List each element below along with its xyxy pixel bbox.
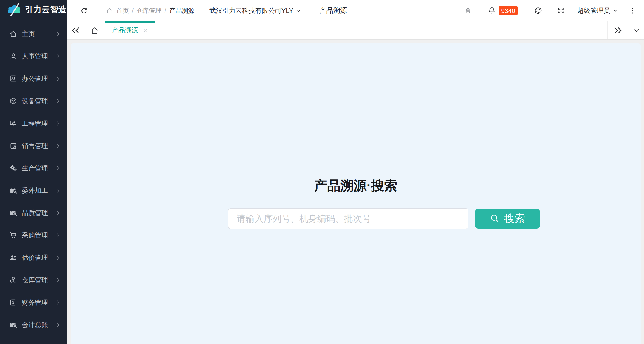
more-vertical-icon (629, 7, 636, 14)
close-tab-button[interactable] (143, 28, 148, 33)
company-name: 武汉引力云科技有限公司YLY (209, 6, 293, 15)
sidebar-item-label: 设备管理 (22, 97, 56, 106)
search-section-title: 产品溯源·搜索 (71, 43, 641, 195)
sidebar-item-仓库管理[interactable]: 仓库管理 (0, 269, 67, 291)
app-logo[interactable]: 引力云智造 (0, 0, 67, 19)
home-icon (90, 26, 99, 35)
chevron-right-icon (56, 98, 60, 104)
sidebar-item-label: 生产管理 (22, 164, 56, 173)
sidebar-item-设备管理[interactable]: 设备管理 (0, 90, 67, 112)
chevron-right-icon (56, 31, 60, 37)
sidebar-item-采购管理[interactable]: 采购管理 (0, 224, 67, 246)
sidebar-item-主页[interactable]: 主页 (0, 23, 67, 45)
palette-icon (534, 7, 542, 15)
sidebar-item-label: 仓库管理 (22, 276, 56, 285)
breadcrumb-separator: / (132, 7, 134, 14)
sidebar-item-办公管理[interactable]: 办公管理 (0, 67, 67, 90)
id-card-icon (9, 75, 17, 83)
company-selector[interactable]: 武汉引力云科技有限公司YLY (209, 6, 301, 15)
collapse-tabs-left-button[interactable] (67, 21, 84, 39)
sidebar-item-label: 估价管理 (22, 253, 56, 262)
sidebar-item-销售管理[interactable]: 销售管理 (0, 135, 67, 157)
breadcrumb-item[interactable]: 首页 (116, 7, 129, 14)
sidebar-item-label: 工程管理 (22, 119, 56, 128)
chevron-down-icon (296, 8, 301, 13)
cart-icon (9, 231, 17, 239)
sidebar-item-生产管理[interactable]: 生产管理 (0, 157, 67, 179)
yen-card-icon (9, 298, 17, 306)
search-icon (490, 214, 500, 223)
fullscreen-button[interactable] (557, 7, 565, 14)
chevron-right-icon (56, 300, 60, 306)
chevron-right-icon (56, 143, 60, 149)
fullscreen-icon (557, 7, 565, 14)
user-icon (9, 52, 17, 60)
sidebar-item-label: 财务管理 (22, 298, 56, 307)
notifications-button[interactable] (488, 7, 496, 15)
collapse-right-icon (613, 26, 622, 35)
collapse-tabs-right-button[interactable] (607, 21, 628, 39)
sidebar: 引力云智造 主页 人事管理 办公管理 设备管理 工程管理 销售管理 生产管理 (0, 0, 67, 344)
search-row: 搜索 (99, 208, 644, 229)
refresh-button[interactable] (80, 7, 88, 15)
clipboard-clock-icon (9, 142, 17, 150)
content-panel: 产品溯源·搜索 搜索 (71, 43, 641, 344)
sidebar-item-label: 主页 (22, 30, 56, 38)
chevron-right-icon (56, 53, 60, 59)
tab-bar: 产品溯源 (67, 21, 644, 40)
bag-clock-icon (9, 186, 17, 195)
gears-icon (9, 164, 17, 172)
sidebar-item-会计总账[interactable]: 会计总账 (0, 314, 67, 336)
breadcrumb-home-icon (106, 7, 113, 14)
sidebar-item-label: 人事管理 (22, 52, 56, 61)
breadcrumb-item[interactable]: 仓库管理 (137, 7, 162, 14)
chevron-right-icon (56, 188, 60, 194)
chevron-right-icon (56, 232, 60, 238)
breadcrumb-items: 首页/仓库管理/产品溯源 (116, 7, 194, 15)
sidebar-item-label: 会计总账 (22, 320, 56, 329)
user-name: 超级管理员 (577, 6, 610, 15)
page-title: 产品溯源 (320, 6, 347, 15)
sidebar-item-工程管理[interactable]: 工程管理 (0, 112, 67, 135)
people-icon (9, 254, 17, 262)
header-actions: 9340 超级管理员 (465, 6, 644, 15)
search-button[interactable]: 搜索 (475, 209, 540, 229)
sidebar-item-partial[interactable] (0, 336, 67, 344)
main-area: 产品溯源·搜索 搜索 (67, 40, 644, 344)
cloud-slash-icon (7, 3, 22, 16)
home-icon (9, 30, 17, 38)
bag-clock-icon (9, 321, 17, 329)
chevron-right-icon (56, 277, 60, 283)
breadcrumb: 首页/仓库管理/产品溯源 (106, 7, 194, 15)
search-button-label: 搜索 (504, 212, 525, 226)
search-input[interactable] (228, 208, 468, 229)
close-icon (143, 28, 148, 33)
tab-product-trace[interactable]: 产品溯源 (105, 21, 155, 39)
chevron-right-icon (56, 165, 60, 171)
theme-button[interactable] (534, 7, 542, 15)
sidebar-item-估价管理[interactable]: 估价管理 (0, 246, 67, 269)
monitor-gear-icon (9, 119, 17, 127)
notification-count-badge[interactable]: 9340 (499, 6, 518, 15)
sidebar-item-label: 销售管理 (22, 141, 56, 150)
sidebar-item-label: 委外加工 (22, 186, 56, 195)
home-tab-button[interactable] (84, 21, 105, 39)
sidebar-item-品质管理[interactable]: 品质管理 (0, 202, 67, 224)
more-menu-button[interactable] (629, 7, 636, 14)
collapse-left-icon (71, 26, 80, 35)
tab-label: 产品溯源 (112, 26, 138, 35)
breadcrumb-item: 产品溯源 (169, 7, 194, 14)
sidebar-item-财务管理[interactable]: 财务管理 (0, 291, 67, 314)
bell-icon (488, 7, 496, 15)
trash-button[interactable] (465, 7, 472, 14)
tab-options-button[interactable] (628, 21, 644, 39)
cubes-icon (9, 276, 17, 284)
chevron-right-icon (56, 322, 60, 328)
sidebar-item-人事管理[interactable]: 人事管理 (0, 45, 67, 67)
chevron-right-icon (56, 121, 60, 127)
refresh-icon (80, 7, 88, 15)
sidebar-item-label: 品质管理 (22, 209, 56, 217)
sidebar-item-委外加工[interactable]: 委外加工 (0, 179, 67, 202)
chevron-right-icon (56, 76, 60, 82)
user-menu[interactable]: 超级管理员 (577, 6, 618, 15)
